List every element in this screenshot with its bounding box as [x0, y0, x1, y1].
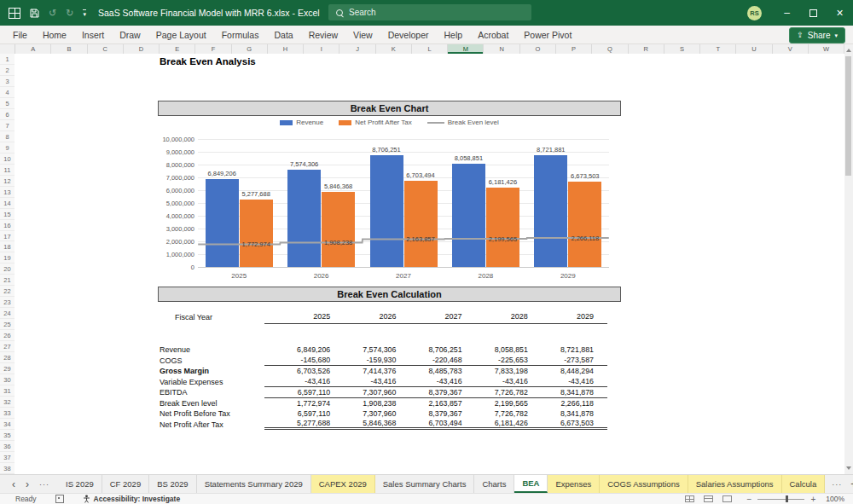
row-header-28[interactable]: 28: [0, 352, 15, 363]
cell-value[interactable]: 1,908,238: [330, 399, 396, 408]
chart-bar-net-profit-after-tax-2027[interactable]: [404, 181, 438, 267]
cell-value[interactable]: -225,653: [462, 356, 528, 364]
fiscal-year-2029[interactable]: 2029: [528, 312, 594, 321]
zoom-level[interactable]: 100%: [826, 495, 844, 503]
ribbon-tab-data[interactable]: Data: [266, 26, 300, 44]
chart-bar-net-profit-after-tax-2028[interactable]: [486, 188, 519, 267]
cell-value[interactable]: 7,726,782: [462, 388, 528, 397]
row-header-5[interactable]: 5: [0, 98, 15, 109]
undo-icon[interactable]: ↺: [49, 9, 56, 18]
redo-icon[interactable]: ↻: [66, 9, 73, 18]
row-header-14[interactable]: 14: [0, 198, 15, 209]
column-header-H[interactable]: H: [268, 44, 304, 54]
legend-item-net-profit-after-tax[interactable]: Net Profit After Tax: [339, 119, 412, 126]
column-header-G[interactable]: G: [232, 44, 268, 54]
vertical-scroll-thumb[interactable]: [845, 56, 851, 176]
cell-value[interactable]: 2,163,857: [396, 399, 461, 408]
macro-record-icon[interactable]: [55, 495, 64, 503]
vertical-scrollbar[interactable]: [844, 44, 853, 474]
row-header-36[interactable]: 36: [0, 441, 15, 452]
row-header-20[interactable]: 20: [0, 264, 15, 275]
cell-value[interactable]: -145,680: [264, 356, 330, 364]
row-header-1[interactable]: 1: [0, 54, 15, 65]
share-button[interactable]: ⇪ Share ▾: [789, 27, 845, 43]
row-header-17[interactable]: 17: [0, 231, 15, 242]
chart-bar-net-profit-after-tax-2026[interactable]: [322, 192, 355, 267]
row-header-18[interactable]: 18: [0, 241, 15, 252]
row-header-38[interactable]: 38: [0, 463, 15, 474]
row-header-3[interactable]: 3: [0, 76, 15, 87]
ribbon-tab-help[interactable]: Help: [437, 26, 471, 44]
row-header-23[interactable]: 23: [0, 297, 15, 308]
ribbon-tab-review[interactable]: Review: [301, 26, 345, 44]
column-header-K[interactable]: K: [376, 44, 412, 54]
cell-value[interactable]: -43,416: [330, 377, 396, 385]
chart-bar-net-profit-after-tax-2025[interactable]: [240, 200, 273, 267]
column-header-F[interactable]: F: [195, 44, 231, 54]
sheet-tab-salaries-assumptions[interactable]: Salaries Assumptions: [688, 475, 782, 493]
row-header-4[interactable]: 4: [0, 87, 15, 98]
customize-toolbar-icon[interactable]: ▾: [83, 9, 86, 17]
cell-value[interactable]: -273,587: [528, 356, 594, 364]
cell-value[interactable]: -43,416: [264, 377, 330, 385]
cell-value[interactable]: 7,307,960: [330, 409, 396, 418]
fiscal-year-label[interactable]: Fiscal Year: [158, 313, 264, 322]
calc-section-header[interactable]: Break Even Calculation: [158, 287, 621, 302]
row-header-9[interactable]: 9: [0, 142, 15, 154]
cell-value[interactable]: 7,414,376: [330, 367, 396, 375]
legend-item-break-even-level[interactable]: Break Even level: [427, 119, 499, 126]
save-icon[interactable]: [30, 9, 39, 18]
cell-value[interactable]: 8,341,878: [528, 388, 594, 397]
column-header-P[interactable]: P: [556, 44, 592, 54]
row-header-15[interactable]: 15: [0, 209, 15, 220]
sheet-tab-bea[interactable]: BEA: [514, 475, 548, 493]
column-header-M[interactable]: M: [448, 44, 484, 54]
column-header-C[interactable]: C: [88, 44, 124, 54]
row-header-21[interactable]: 21: [0, 275, 15, 286]
column-header-J[interactable]: J: [339, 44, 375, 54]
cell-value[interactable]: 7,574,306: [330, 345, 396, 354]
row-header-13[interactable]: 13: [0, 187, 15, 198]
sheet-tab-cf-2029[interactable]: CF 2029: [102, 475, 149, 493]
row-label[interactable]: COGS: [158, 356, 264, 365]
sheet-tab-cogs-assumptions[interactable]: COGS Assumptions: [600, 475, 688, 493]
column-header-D[interactable]: D: [124, 44, 160, 54]
ribbon-tab-page-layout[interactable]: Page Layout: [148, 26, 214, 44]
ribbon-tab-acrobat[interactable]: Acrobat: [470, 26, 516, 44]
row-header-22[interactable]: 22: [0, 286, 15, 297]
sheet-tab-capex-2029[interactable]: CAPEX 2029: [311, 475, 375, 493]
zoom-in-icon[interactable]: +: [810, 495, 815, 504]
ribbon-tab-insert[interactable]: Insert: [74, 26, 112, 44]
cell-value[interactable]: -159,930: [330, 356, 396, 364]
page-layout-view-icon[interactable]: [704, 495, 713, 502]
row-header-31[interactable]: 31: [0, 385, 15, 397]
column-header-B[interactable]: B: [51, 44, 87, 54]
row-label[interactable]: Break Even level: [158, 399, 264, 408]
zoom-slider-thumb[interactable]: [786, 495, 788, 502]
ribbon-tab-view[interactable]: View: [345, 26, 380, 44]
cell-value[interactable]: -43,416: [396, 377, 461, 385]
more-sheets-icon[interactable]: ···: [39, 479, 49, 490]
restore-button[interactable]: [800, 0, 827, 26]
sheet-tab-calcula[interactable]: Calcula: [782, 475, 826, 493]
cell-value[interactable]: 8,341,878: [528, 409, 594, 418]
ribbon-tab-formulas[interactable]: Formulas: [214, 26, 267, 44]
column-header-W[interactable]: W: [809, 44, 844, 54]
prev-sheet-icon[interactable]: ‹: [12, 479, 15, 490]
cell-value[interactable]: 8,485,783: [396, 367, 461, 375]
column-header-U[interactable]: U: [736, 44, 772, 54]
cell-value[interactable]: 8,379,367: [396, 409, 461, 418]
column-header-E[interactable]: E: [160, 44, 195, 54]
row-header-30[interactable]: 30: [0, 374, 15, 385]
row-header-33[interactable]: 33: [0, 408, 15, 419]
cell-value[interactable]: 5,277,688: [264, 419, 330, 427]
hidden-tabs-icon[interactable]: ···: [832, 480, 842, 489]
row-label[interactable]: Net Profit After Tax: [158, 420, 264, 429]
cell-value[interactable]: 8,448,294: [528, 367, 594, 375]
normal-view-icon[interactable]: [685, 495, 694, 502]
row-header-29[interactable]: 29: [0, 363, 15, 374]
row-header-37[interactable]: 37: [0, 452, 15, 463]
column-header-V[interactable]: V: [773, 44, 809, 54]
column-header-O[interactable]: O: [520, 44, 556, 54]
sheet-tab-is-2029[interactable]: IS 2029: [58, 475, 102, 493]
